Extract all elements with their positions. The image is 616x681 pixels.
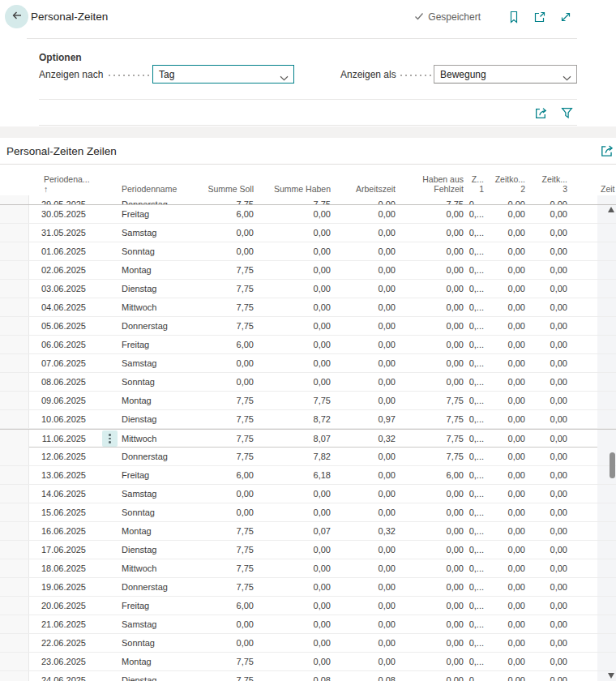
cell-haben-aus-fehlzeit[interactable]: 0,00 [396, 261, 464, 279]
table-row[interactable]: 11.06.2025Mittwoch7,758,070,327,750,...0… [0, 429, 616, 448]
anzeigen-als-select[interactable]: Bewegung [434, 65, 577, 84]
scroll-up-arrow[interactable] [608, 207, 614, 212]
cell-zeitkonto-3[interactable]: 0,00 [525, 205, 567, 223]
cell-zeitkonto-1[interactable]: 0,... [464, 597, 484, 615]
cell-arbeitszeit[interactable]: 0,32 [331, 522, 396, 540]
cell-summe-haben[interactable]: 0,00 [254, 373, 331, 391]
cell-summe-soll[interactable]: 6,00 [195, 336, 254, 353]
cell-summe-haben[interactable]: 0,00 [254, 559, 331, 577]
cell-zeitkonto-1[interactable]: 0,... [464, 410, 484, 428]
cell-zeitkonto-3[interactable]: 0,00 [525, 410, 567, 428]
cell-zeitkonto-2[interactable]: 0,00 [484, 261, 525, 279]
table-row[interactable]: 31.05.2025Samstag0,000,000,000,000,...0,… [0, 224, 616, 242]
cell-arbeitszeit[interactable]: 0,00 [331, 559, 396, 577]
share-icon[interactable] [600, 143, 614, 161]
cell-summe-soll[interactable]: 7,75 [195, 298, 254, 316]
cell-zeitkonto-1[interactable]: 0,... [464, 354, 484, 372]
cell-summe-soll[interactable]: 6,00 [195, 597, 254, 615]
cell-zeitkonto-2[interactable]: 0,00 [484, 410, 525, 428]
cell-summe-haben[interactable]: 0,00 [254, 578, 331, 596]
cell-zeitkonto-2[interactable]: 0,00 [484, 392, 525, 409]
table-row[interactable]: 08.06.2025Sonntag0,000,000,000,000,...0,… [0, 373, 616, 392]
cell-periodenname[interactable]: Montag [120, 653, 195, 670]
cell-haben-aus-fehlzeit[interactable]: 0,00 [396, 597, 464, 615]
cell-arbeitszeit[interactable]: 0,08 [331, 671, 396, 681]
cell-zeitkonto-1[interactable]: 0,... [464, 430, 484, 448]
cell-summe-soll[interactable]: 0,00 [195, 224, 254, 242]
column-header-haben-aus-fehlzeit[interactable]: Haben ausFehlzeit [396, 174, 464, 195]
cell-arbeitszeit[interactable]: 0,00 [331, 317, 396, 335]
cell-zeitkonto-3[interactable]: 0,00 [525, 615, 567, 633]
cell-periodenanfang[interactable]: 21.06.2025 [29, 615, 86, 633]
cell-zeitkonto-3[interactable]: 0,00 [525, 261, 567, 279]
cell-arbeitszeit[interactable]: 0,00 [331, 242, 396, 260]
cell-zeitkonto-2[interactable]: 0,00 [484, 615, 525, 633]
cell-periodenname[interactable]: Donnerstag [120, 195, 195, 205]
cell-periodenname[interactable]: Samstag [120, 354, 195, 372]
table-row[interactable]: 17.06.2025Dienstag7,750,000,000,000,...0… [0, 541, 616, 559]
cell-periodenname[interactable]: Donnerstag [120, 317, 195, 335]
cell-summe-soll[interactable]: 0,00 [195, 615, 254, 633]
cell-summe-haben[interactable]: 0,00 [254, 261, 331, 279]
table-row[interactable]: 13.06.2025Freitag6,006,180,006,000,...0,… [0, 466, 616, 485]
cell-zeitkonto-2[interactable]: 0,00 [484, 430, 525, 448]
table-row[interactable]: 15.06.2025Sonntag0,000,000,000,000,...0,… [0, 503, 616, 522]
cell-periodenname[interactable]: Mittwoch [120, 559, 195, 577]
cell-summe-soll[interactable]: 7,75 [195, 280, 254, 298]
cell-zeit[interactable] [567, 280, 597, 298]
table-row[interactable]: 18.06.2025Mittwoch7,750,000,000,000,...0… [0, 559, 616, 578]
cell-zeitkonto-3[interactable]: 0,00 [525, 634, 567, 652]
cell-periodenanfang[interactable]: 31.05.2025 [29, 224, 86, 242]
cell-summe-haben[interactable]: 7,82 [254, 448, 331, 465]
cell-zeitkonto-2[interactable]: 0,00 [484, 671, 525, 681]
cell-arbeitszeit[interactable]: 0,00 [331, 195, 396, 205]
cell-summe-soll[interactable]: 0,00 [195, 485, 254, 503]
cell-arbeitszeit[interactable]: 0,00 [331, 336, 396, 353]
cell-periodenanfang[interactable]: 12.06.2025 [29, 448, 86, 465]
cell-periodenanfang[interactable]: 24.06.2025 [29, 671, 86, 681]
cell-periodenanfang[interactable]: 15.06.2025 [29, 503, 86, 521]
back-button[interactable] [5, 5, 28, 28]
scroll-down-arrow[interactable] [608, 673, 614, 679]
cell-periodenanfang[interactable]: 20.06.2025 [29, 597, 86, 615]
cell-periodenanfang[interactable]: 29.05.2025 [29, 195, 86, 205]
cell-zeitkonto-1[interactable]: 0,... [464, 615, 484, 633]
cell-zeitkonto-3[interactable]: 0,00 [525, 541, 567, 559]
cell-haben-aus-fehlzeit[interactable]: 0,00 [396, 280, 464, 298]
cell-summe-soll[interactable]: 7,75 [195, 317, 254, 335]
expand-icon[interactable] [558, 10, 573, 24]
cell-summe-haben[interactable]: 0,00 [254, 485, 331, 503]
cell-zeitkonto-3[interactable]: 0,00 [525, 392, 567, 409]
cell-zeit[interactable] [567, 195, 597, 205]
cell-arbeitszeit[interactable]: 0,00 [331, 653, 396, 670]
cell-zeit[interactable] [567, 317, 597, 335]
cell-periodenname[interactable]: Sonntag [120, 503, 195, 521]
cell-haben-aus-fehlzeit[interactable]: 0,00 [396, 298, 464, 316]
cell-periodenanfang[interactable]: 16.06.2025 [29, 522, 86, 540]
cell-haben-aus-fehlzeit[interactable]: 0,00 [396, 503, 464, 521]
cell-periodenname[interactable]: Dienstag [120, 280, 195, 298]
table-row[interactable]: 29.05.2025Donnerstag7,757,750,007,750,..… [0, 195, 616, 205]
cell-zeitkonto-3[interactable]: 0,00 [525, 671, 567, 681]
cell-zeitkonto-2[interactable]: 0,00 [484, 242, 525, 260]
cell-zeitkonto-2[interactable]: 0,00 [484, 466, 525, 484]
cell-zeitkonto-1[interactable]: 0,... [464, 224, 484, 242]
table-row[interactable]: 20.06.2025Freitag6,000,000,000,000,...0,… [0, 597, 616, 615]
cell-haben-aus-fehlzeit[interactable]: 0,00 [396, 317, 464, 335]
cell-periodenname[interactable]: Dienstag [120, 410, 195, 428]
table-row[interactable]: 09.06.2025Montag7,757,750,007,750,...0,0… [0, 392, 616, 410]
cell-zeitkonto-1[interactable]: 0,... [464, 653, 484, 670]
cell-zeitkonto-2[interactable]: 0,00 [484, 541, 525, 559]
cell-summe-soll[interactable]: 0,00 [195, 634, 254, 652]
cell-arbeitszeit[interactable]: 0,97 [331, 410, 396, 428]
cell-zeit[interactable] [567, 466, 597, 484]
filter-icon[interactable] [560, 106, 574, 120]
cell-zeitkonto-1[interactable]: 0,... [464, 541, 484, 559]
cell-haben-aus-fehlzeit[interactable]: 0,00 [396, 336, 464, 353]
table-row[interactable]: 07.06.2025Samstag0,000,000,000,000,...0,… [0, 354, 616, 373]
table-row[interactable]: 01.06.2025Sonntag0,000,000,000,000,...0,… [0, 242, 616, 261]
cell-summe-haben[interactable]: 0,00 [254, 615, 331, 633]
cell-summe-haben[interactable]: 0,00 [254, 317, 331, 335]
cell-arbeitszeit[interactable]: 0,00 [331, 298, 396, 316]
cell-summe-soll[interactable]: 7,75 [195, 578, 254, 596]
